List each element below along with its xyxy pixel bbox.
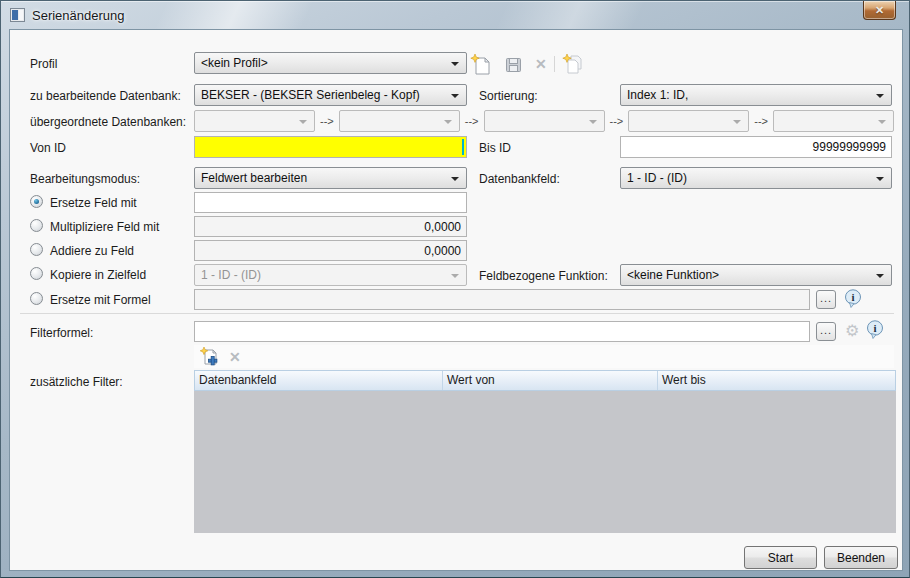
bis-id-input[interactable]: [620, 136, 892, 158]
radio-ersetze-feld-mit-label: Ersetze Feld mit: [50, 196, 137, 210]
field-function-combo[interactable]: <keine Funktion>: [620, 264, 892, 286]
formula-info-icon[interactable]: i: [843, 288, 863, 310]
chevron-down-icon: [876, 94, 884, 98]
edit-mode-combo-value: Feldwert bearbeiten: [201, 171, 307, 185]
bis-id-label: Bis ID: [479, 141, 511, 155]
chevron-down-icon: [451, 274, 459, 278]
profile-combo-value: <kein Profil>: [201, 56, 268, 70]
info-glyph: i: [873, 322, 876, 334]
formula-value-input[interactable]: [194, 289, 810, 310]
chevron-down-icon: [299, 120, 307, 124]
database-field-label: Datenbankfeld:: [479, 172, 560, 186]
parent-databases-row: --> --> --> -->: [194, 110, 894, 132]
start-button[interactable]: Start: [744, 546, 817, 569]
chevron-down-icon: [451, 94, 459, 98]
toolbar-separator: [554, 56, 555, 72]
sorting-combo-value: Index 1: ID,: [627, 88, 688, 102]
chevron-down-icon: [733, 120, 741, 124]
filter-table-header: Datenbankfeld Wert von Wert bis: [194, 370, 896, 391]
arrow-separator: -->: [610, 115, 624, 127]
save-profile-icon[interactable]: [503, 54, 524, 75]
delete-profile-icon[interactable]: ✕: [535, 55, 547, 73]
multiply-value-input[interactable]: [194, 216, 467, 237]
column-header-wert-bis[interactable]: Wert bis: [658, 371, 895, 390]
dialog-body: Profil <kein Profil> ✕ zu be: [9, 29, 903, 571]
arrow-separator: -->: [320, 115, 334, 127]
chevron-down-icon: [589, 120, 597, 124]
copy-target-field-combo[interactable]: 1 - ID - (ID): [194, 264, 467, 286]
filter-info-icon[interactable]: i: [865, 319, 885, 341]
window-title: Serienänderung: [32, 8, 125, 23]
formula-editor-button[interactable]: ...: [816, 290, 836, 309]
profile-label: Profil: [30, 57, 57, 71]
parent-database-combo-3[interactable]: [484, 110, 605, 132]
window-icon: [10, 8, 25, 22]
database-field-combo-value: 1 - ID - (ID): [627, 171, 687, 185]
radio-ersetze-feld-mit[interactable]: [30, 195, 43, 208]
profile-combo[interactable]: <kein Profil>: [194, 52, 467, 74]
radio-kopiere-in-zielfeld[interactable]: [30, 267, 43, 280]
radio-addiere-zu-feld-label: Addiere zu Feld: [50, 244, 134, 258]
von-id-input[interactable]: [194, 136, 467, 158]
gear-icon[interactable]: ⚙: [845, 322, 859, 340]
radio-ersetze-mit-formel-label: Ersetze mit Formel: [50, 293, 151, 307]
von-id-field-wrap: [194, 136, 467, 158]
new-profile-icon[interactable]: [470, 54, 492, 75]
section-separator: [20, 313, 894, 314]
parent-database-combo-5[interactable]: [773, 110, 894, 132]
filter-table-body: [194, 391, 896, 533]
radio-addiere-zu-feld[interactable]: [30, 243, 43, 256]
radio-ersetze-mit-formel[interactable]: [30, 292, 43, 305]
filter-formula-editor-button[interactable]: ...: [816, 322, 836, 341]
text-caret: [462, 139, 464, 155]
field-function-label: Feldbezogene Funktion:: [479, 269, 608, 283]
radio-kopiere-in-zielfeld-label: Kopiere in Zielfeld: [50, 268, 146, 282]
target-database-combo-value: BEKSER - (BEKSER Serienbeleg - Kopf): [201, 88, 420, 102]
parent-database-combo-1[interactable]: [194, 110, 315, 132]
sorting-combo[interactable]: Index 1: ID,: [620, 84, 892, 106]
close-button[interactable]: ✕: [863, 1, 896, 20]
chevron-down-icon: [876, 177, 884, 181]
delete-filter-icon[interactable]: ✕: [229, 348, 241, 366]
additional-filters-label: zusätzliche Filter:: [30, 375, 123, 389]
beenden-button[interactable]: Beenden: [824, 546, 898, 569]
target-database-combo[interactable]: BEKSER - (BEKSER Serienbeleg - Kopf): [194, 84, 467, 106]
info-glyph: i: [851, 291, 854, 303]
chevron-down-icon: [451, 62, 459, 66]
serienaenderung-window: Serienänderung ✕ Profil <kein Profil> ✕: [0, 0, 910, 578]
replace-value-input[interactable]: [194, 192, 467, 213]
radio-multipliziere-feld-mit[interactable]: [30, 219, 43, 232]
filter-formula-label: Filterformel:: [30, 326, 93, 340]
edit-mode-combo[interactable]: Feldwert bearbeiten: [194, 167, 467, 189]
radio-multipliziere-feld-mit-label: Multipliziere Feld mit: [50, 220, 159, 234]
parent-database-combo-4[interactable]: [628, 110, 749, 132]
database-field-combo[interactable]: 1 - ID - (ID): [620, 167, 892, 189]
sorting-label: Sortierung:: [479, 89, 538, 103]
parent-databases-label: übergeordnete Datenbanken:: [30, 115, 186, 129]
chevron-down-icon: [444, 120, 452, 124]
chevron-down-icon: [878, 120, 886, 124]
column-header-datenbankfeld[interactable]: Datenbankfeld: [195, 371, 443, 390]
arrow-separator: -->: [465, 115, 479, 127]
chevron-down-icon: [876, 274, 884, 278]
add-filter-icon[interactable]: [199, 346, 220, 367]
copy-profile-icon[interactable]: [562, 53, 584, 75]
filter-formula-input[interactable]: [194, 321, 810, 342]
profile-toolbar: ✕: [470, 53, 584, 75]
edit-mode-label: Bearbeitungsmodus:: [30, 172, 140, 186]
target-database-label: zu bearbeitende Datenbank:: [30, 89, 181, 103]
field-function-combo-value: <keine Funktion>: [627, 268, 719, 282]
column-header-wert-von[interactable]: Wert von: [443, 371, 658, 390]
von-id-label: Von ID: [30, 141, 66, 155]
chevron-down-icon: [451, 177, 459, 181]
arrow-separator: -->: [754, 115, 768, 127]
copy-target-field-combo-value: 1 - ID - (ID): [201, 268, 261, 282]
add-value-input[interactable]: [194, 240, 467, 261]
parent-database-combo-2[interactable]: [339, 110, 460, 132]
titlebar: Serienänderung ✕: [1, 1, 909, 29]
filter-toolstrip: ✕: [194, 345, 894, 368]
